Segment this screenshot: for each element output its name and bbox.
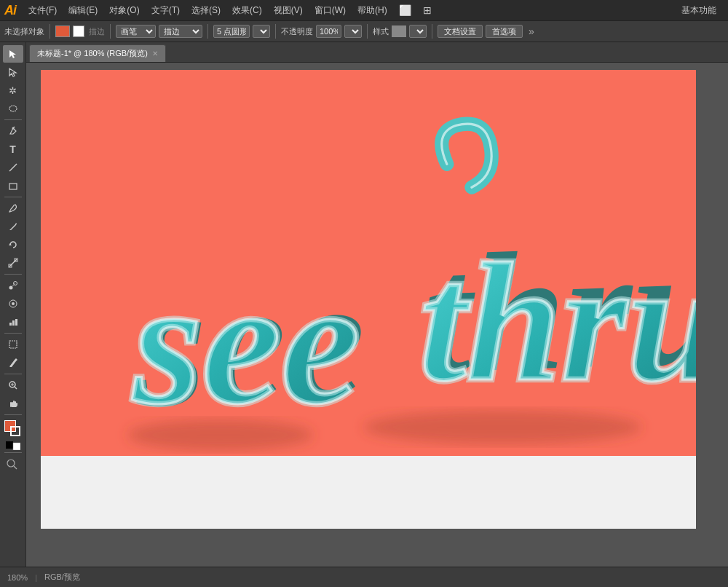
tab-bar: 未标题-1* @ 180% (RGB/预览) ✕: [26, 42, 728, 63]
symbol-tool[interactable]: [3, 295, 23, 312]
zoom-level[interactable]: [3, 455, 23, 473]
statusbar: 180% | RGB/预览: [0, 567, 728, 587]
brush-size-input[interactable]: [213, 25, 250, 38]
fill-stroke-indicator[interactable]: [3, 419, 23, 439]
menu-window[interactable]: 窗口(W): [309, 3, 351, 18]
type-tool[interactable]: T: [3, 141, 23, 158]
fill-swatch[interactable]: [55, 25, 70, 37]
svg-rect-24: [6, 441, 13, 449]
canvas-artwork: see see see thru thru thru see thru: [77, 92, 696, 500]
sep4: [275, 24, 276, 39]
magic-wand-tool[interactable]: ✲: [3, 82, 23, 99]
svg-line-7: [9, 259, 17, 267]
preferences-button[interactable]: 首选项: [486, 25, 523, 38]
no-selection-label: 未选择对象: [4, 26, 44, 37]
svg-point-2: [9, 106, 17, 111]
document-tab[interactable]: 未标题-1* @ 180% (RGB/预览) ✕: [29, 44, 166, 62]
artboard: see see see thru thru thru see thru: [41, 70, 696, 529]
tool-sep5: [4, 374, 22, 374]
doc-settings-button[interactable]: 文档设置: [438, 25, 483, 38]
svg-rect-5: [9, 184, 17, 189]
svg-text:thru: thru: [419, 228, 696, 417]
menu-edit[interactable]: 编辑(E): [63, 3, 103, 18]
workspace[interactable]: see see see thru thru thru see thru: [26, 63, 728, 567]
tool-sep4: [4, 333, 22, 334]
menu-file[interactable]: 文件(F): [23, 3, 62, 18]
scale-tool[interactable]: [3, 254, 23, 272]
brush-size-selector[interactable]: [253, 25, 270, 38]
svg-line-20: [15, 387, 17, 389]
svg-line-4: [9, 164, 17, 171]
tool-sep6: [4, 414, 22, 415]
artboard-tool[interactable]: [3, 336, 23, 353]
menu-select[interactable]: 选择(S): [186, 3, 226, 18]
status-mode: RGB/预览: [44, 572, 80, 583]
menu-view[interactable]: 视图(V): [269, 3, 308, 18]
status-sep: |: [35, 573, 37, 582]
zoom-tool[interactable]: [3, 377, 23, 394]
sep6: [432, 24, 432, 39]
svg-rect-18: [9, 341, 17, 348]
monitor-icon[interactable]: ⬜: [394, 3, 416, 17]
tools-panel: ✲ T: [0, 42, 26, 567]
svg-point-26: [7, 460, 15, 467]
ai-logo-icon: Ai: [4, 3, 16, 18]
svg-rect-17: [15, 319, 17, 326]
svg-line-27: [14, 466, 17, 469]
svg-rect-16: [12, 320, 15, 326]
style-swatch[interactable]: [392, 25, 406, 37]
svg-point-14: [12, 302, 15, 305]
tool-sep1: [4, 119, 22, 120]
paintbrush-tool[interactable]: [3, 200, 23, 217]
default-color-controls: [6, 441, 20, 450]
rect-tool[interactable]: [3, 177, 23, 194]
tool-sep7: [4, 452, 22, 453]
style-selector[interactable]: [409, 25, 427, 38]
canvas-area: 未标题-1* @ 180% (RGB/预览) ✕: [26, 42, 728, 567]
style-label: 样式: [373, 26, 389, 37]
menubar: Ai 文件(F) 编辑(E) 对象(O) 文字(T) 选择(S) 效果(C) 视…: [0, 0, 728, 20]
blend-tool[interactable]: [3, 277, 23, 294]
stroke-swatch[interactable]: [73, 25, 84, 37]
workspace-label: 基本功能: [681, 4, 724, 17]
more-icon[interactable]: »: [529, 25, 534, 37]
opacity-selector[interactable]: [344, 25, 362, 38]
menu-effect[interactable]: 效果(C): [227, 3, 267, 18]
tool-sep2: [4, 197, 22, 197]
svg-point-3: [12, 127, 14, 130]
line-tool[interactable]: [3, 159, 23, 176]
tool-sep3: [4, 274, 22, 275]
pen-tool[interactable]: [3, 122, 23, 140]
sep1: [50, 24, 50, 39]
eyedropper-tool[interactable]: [3, 354, 23, 371]
hand-tool[interactable]: [3, 395, 23, 412]
sep2: [110, 24, 111, 39]
svg-rect-23: [10, 402, 12, 407]
svg-text:see: see: [132, 244, 360, 441]
stroke-label: 描边: [89, 26, 105, 37]
main-area: ✲ T: [0, 42, 728, 567]
menu-object[interactable]: 对象(O): [104, 3, 144, 18]
grid-icon[interactable]: ⊞: [418, 3, 437, 17]
pencil-tool[interactable]: [3, 218, 23, 235]
svg-rect-15: [9, 323, 12, 326]
brush-type-selector[interactable]: 描边: [159, 25, 202, 38]
opacity-input[interactable]: [316, 25, 341, 38]
tab-close-button[interactable]: ✕: [152, 50, 158, 58]
sep3: [207, 24, 208, 39]
direct-selection-tool[interactable]: [3, 63, 23, 81]
menu-help[interactable]: 帮助(H): [352, 3, 392, 18]
selection-tool[interactable]: [3, 45, 23, 63]
column-graph-tool[interactable]: [3, 313, 23, 331]
lasso-tool[interactable]: [3, 100, 23, 117]
menu-text[interactable]: 文字(T): [146, 3, 185, 18]
svg-marker-0: [9, 50, 16, 58]
rotate-tool[interactable]: [3, 236, 23, 253]
svg-marker-6: [9, 243, 12, 245]
control-toolbar: 未选择对象 描边 画笔 描边 不透明度 样式 文档设置 首选项 »: [0, 20, 728, 42]
brush-selector[interactable]: 画笔: [116, 25, 156, 38]
sep5: [367, 24, 368, 39]
svg-marker-1: [9, 68, 16, 76]
svg-rect-25: [13, 443, 20, 450]
svg-line-12: [11, 283, 15, 288]
